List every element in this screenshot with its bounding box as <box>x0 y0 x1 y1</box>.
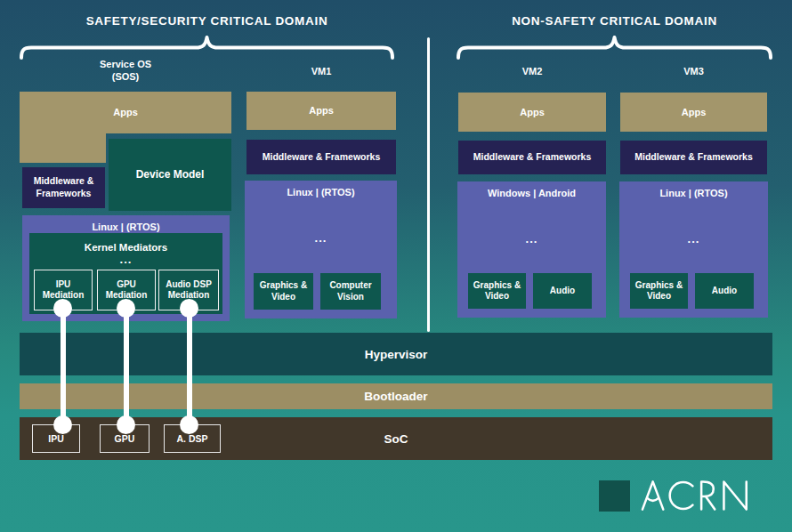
vm2-os-label: Windows | Android <box>457 187 606 199</box>
vm1-apps-block: Apps <box>246 92 396 130</box>
gpu-connector-bottom-dot <box>117 415 135 434</box>
safety-domain-title: SAFETY/SECURITY CRITICAL DOMAIN <box>20 14 394 28</box>
vm2-middleware-block: Middleware & Frameworks <box>458 141 606 174</box>
gpu-connector-top-dot <box>117 299 135 318</box>
adsp-connector-top-dot <box>180 299 198 318</box>
sos-device-model-block: Device Model <box>109 139 231 211</box>
vm2-column-label: VM2 <box>458 65 606 77</box>
vm3-graphics-video-block: Graphics & Video <box>630 273 688 309</box>
vm1-column-label: VM1 <box>246 65 396 77</box>
vm2-graphics-video-block: Graphics & Video <box>468 273 526 309</box>
vm3-apps-block: Apps <box>620 93 767 132</box>
vm2-apps-block: Apps <box>458 93 606 132</box>
sos-os-label: Linux | (RTOS) <box>22 221 230 233</box>
vm2-ellipsis: ... <box>457 232 606 247</box>
sos-middleware-block: Middleware & Frameworks <box>22 167 105 208</box>
vm1-ellipsis: ... <box>245 231 397 246</box>
non-safety-domain-title: NON-SAFETY CRITICAL DOMAIN <box>457 14 772 28</box>
adsp-connector-line <box>187 308 192 424</box>
sos-column-label: Service OS (SOS) <box>20 58 231 84</box>
bootloader-layer: Bootloader <box>20 383 772 409</box>
vm2-audio-block: Audio <box>533 273 592 309</box>
ipu-connector-line <box>61 308 66 424</box>
domain-divider-line <box>427 37 430 332</box>
vm3-middleware-block: Middleware & Frameworks <box>620 141 767 174</box>
ipu-connector-top-dot <box>53 299 72 318</box>
kernel-ellipsis: ... <box>29 253 222 268</box>
vm3-column-label: VM3 <box>620 65 767 77</box>
vm3-ellipsis: ... <box>619 232 768 247</box>
adsp-connector-bottom-dot <box>180 415 198 434</box>
gpu-connector-line <box>124 308 129 424</box>
vm1-middleware-block: Middleware & Frameworks <box>246 140 396 174</box>
acrn-logo-text <box>641 479 771 512</box>
ipu-connector-bottom-dot <box>53 415 72 434</box>
sos-label-line1: Service OS <box>20 58 231 70</box>
vm3-os-label: Linux | (RTOS) <box>619 187 768 199</box>
vm1-graphics-video-block: Graphics & Video <box>254 273 313 310</box>
sos-apps-block: Apps <box>20 92 231 133</box>
acrn-logo <box>599 479 771 512</box>
acrn-logo-square-icon <box>599 480 630 512</box>
acrn-architecture-diagram: SAFETY/SECURITY CRITICAL DOMAIN NON-SAFE… <box>0 0 792 532</box>
vm1-computer-vision-block: Computer Vision <box>320 273 381 310</box>
sos-apps-block-leg <box>20 132 106 163</box>
non-safety-domain-brace-icon <box>457 36 772 60</box>
vm1-os-label: Linux | (RTOS) <box>245 186 397 198</box>
sos-label-line2: (SOS) <box>20 70 231 83</box>
vm3-audio-block: Audio <box>695 273 754 309</box>
safety-domain-brace-icon <box>20 36 394 60</box>
hypervisor-layer: Hypervisor <box>20 333 772 375</box>
